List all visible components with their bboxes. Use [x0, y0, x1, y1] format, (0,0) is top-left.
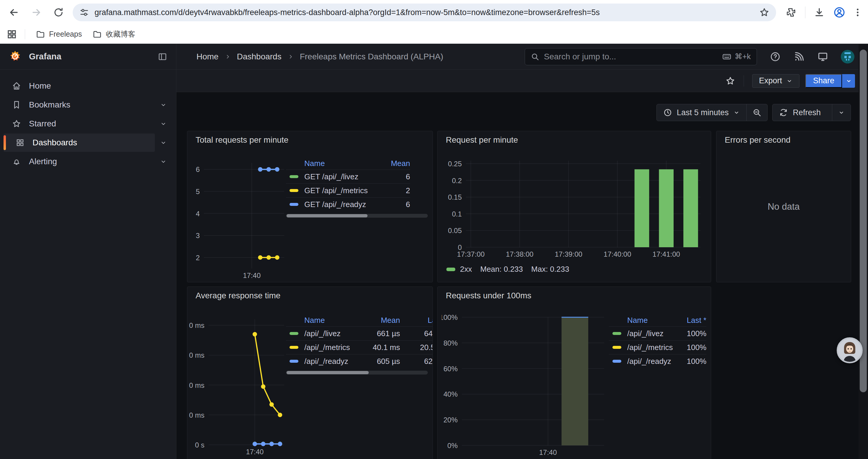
sidebar-item-body[interactable]: Alerting — [4, 153, 155, 171]
reload-icon[interactable] — [53, 7, 64, 18]
chevron-right-icon — [287, 54, 294, 60]
sidebar-item-dashboards[interactable]: Dashboards — [4, 133, 172, 152]
legend-scrollbar-thumb[interactable] — [286, 371, 369, 374]
panel-title[interactable]: Request per minute — [446, 135, 518, 145]
panel-title[interactable]: Average response time — [195, 291, 280, 300]
sidebar-nav: HomeBookmarksStarredDashboardsAlerting — [0, 70, 176, 171]
sidebar-item-label: Home — [29, 81, 51, 91]
sidebar-item-starred[interactable]: Starred — [4, 114, 172, 133]
assistant-avatar[interactable] — [837, 337, 863, 363]
series-swatch — [613, 360, 621, 363]
sidebar-item-chevron[interactable] — [155, 139, 172, 146]
legend-row[interactable]: /api/_/readyz100% — [609, 354, 706, 368]
sidebar-item-home[interactable]: Home — [4, 77, 172, 95]
legend-column-header[interactable]: Name — [286, 159, 375, 168]
sidebar-item-body[interactable]: Bookmarks — [4, 96, 155, 114]
legend-row[interactable]: /api/_/livez100% — [609, 326, 706, 340]
share-dropdown-button[interactable] — [842, 74, 855, 88]
legend-scrollbar[interactable] — [286, 214, 428, 218]
export-button[interactable]: Export — [752, 74, 800, 88]
legend-row[interactable]: GET /api/_/readyz6 — [286, 197, 410, 211]
time-range-picker[interactable]: Last 5 minutes — [657, 104, 747, 121]
series-swatch — [289, 189, 299, 192]
svg-text:17:41:00: 17:41:00 — [652, 250, 680, 258]
sidebar-item-bookmarks[interactable]: Bookmarks — [4, 96, 172, 114]
zoom-out-button[interactable] — [746, 104, 767, 121]
legend-column-header[interactable]: Name — [286, 316, 365, 325]
legend-column-header[interactable]: Mean — [365, 316, 400, 325]
toolbar-divider — [805, 6, 805, 18]
profile-icon[interactable] — [833, 6, 845, 19]
time-range-group: Last 5 minutes — [656, 104, 768, 121]
chevron-right-icon — [224, 54, 231, 60]
menu-kebab-icon[interactable] — [852, 7, 863, 18]
bookmark-star-icon[interactable] — [759, 7, 770, 18]
scrollbar-thumb[interactable] — [860, 50, 867, 392]
search-input[interactable]: Search or jump to... ⌘+k — [525, 48, 757, 65]
apps-grid-icon[interactable] — [6, 29, 17, 40]
svg-text:6: 6 — [196, 165, 200, 173]
legend-column-header[interactable]: Name — [609, 316, 674, 325]
sidebar-item-chevron[interactable] — [155, 101, 172, 108]
legend-row[interactable]: /api/_/livez661 µs646 µs — [286, 326, 433, 340]
sidebar-item-body[interactable]: Home — [4, 77, 155, 95]
breadcrumb-link[interactable]: Dashboards — [237, 52, 282, 61]
legend-header: NameMeanLast * — [286, 314, 433, 326]
extensions-icon[interactable] — [786, 7, 797, 18]
folder-icon — [36, 30, 45, 39]
svg-text:17:40: 17:40 — [243, 271, 260, 279]
dashboards-icon — [16, 138, 25, 147]
svg-text:0.25: 0.25 — [448, 160, 462, 168]
legend-row[interactable]: GET /api/_/metrics2 — [286, 184, 410, 197]
page-scrollbar[interactable] — [859, 44, 868, 459]
legend-column-header[interactable]: Last * — [674, 316, 706, 325]
forward-icon[interactable] — [31, 7, 42, 18]
legend-table: NameMeanGET /api/_/livez6GET /api/_/metr… — [286, 157, 428, 218]
sidebar-item-body[interactable]: Starred — [4, 114, 155, 133]
bookmark-icon — [12, 100, 21, 109]
legend-row[interactable]: /api/_/metrics100% — [609, 340, 706, 354]
legend-row[interactable]: /api/_/metrics40.1 ms20.5 ms — [286, 340, 433, 354]
url-text[interactable]: grafana.mathmast.com/d/deytv4rwavabkb/fr… — [95, 8, 754, 17]
user-avatar[interactable] — [841, 50, 855, 64]
monitor-icon[interactable] — [817, 51, 829, 62]
favorite-star-icon[interactable] — [725, 76, 735, 86]
svg-text:20 ms: 20 ms — [189, 411, 205, 419]
series-value: 605 µs — [365, 357, 400, 366]
svg-text:17:39:00: 17:39:00 — [555, 250, 582, 258]
legend-scrollbar[interactable] — [286, 371, 428, 374]
sidebar-toggle-icon[interactable] — [158, 52, 167, 61]
legend-row[interactable]: GET /api/_/livez6 — [286, 169, 410, 184]
chevron-right-icon — [224, 54, 231, 60]
sidebar-item-label: Starred — [29, 119, 56, 129]
search-shortcut: ⌘+k — [722, 52, 751, 62]
news-rss-icon[interactable] — [794, 52, 804, 62]
back-icon[interactable] — [8, 7, 20, 18]
sidebar-item-alerting[interactable]: Alerting — [4, 153, 172, 171]
panel-title[interactable]: Requests under 100ms — [446, 291, 531, 300]
grafana-logo[interactable] — [8, 50, 22, 64]
sidebar-item-chevron[interactable] — [155, 158, 172, 165]
legend-scrollbar-thumb[interactable] — [286, 214, 368, 218]
share-button[interactable]: Share — [805, 74, 842, 88]
legend-column-header[interactable]: Mean — [375, 159, 410, 168]
bookmark-folder[interactable]: Freeleaps — [36, 30, 82, 39]
download-icon[interactable] — [814, 7, 825, 18]
site-settings-icon[interactable] — [79, 7, 89, 18]
zoom-out-icon — [752, 108, 761, 117]
svg-text:4: 4 — [196, 210, 200, 218]
panel-title[interactable]: Total requests per minute — [195, 135, 288, 145]
url-bar[interactable]: grafana.mathmast.com/d/deytv4rwavabkb/fr… — [73, 4, 776, 21]
breadcrumb-link[interactable]: Home — [196, 52, 219, 61]
legend-row[interactable]: /api/_/readyz605 µs620 µs — [286, 354, 433, 368]
legend-column-header[interactable]: Last * — [400, 316, 433, 325]
sidebar-item-chevron[interactable] — [155, 120, 172, 127]
refresh-button[interactable]: Refresh — [773, 104, 832, 121]
legend-inline[interactable]: 2xx Mean: 0.233 Max: 0.233 — [446, 265, 578, 274]
sidebar-item-body[interactable]: Dashboards — [4, 133, 155, 152]
help-icon[interactable] — [770, 52, 780, 62]
series-value: 100% — [674, 329, 706, 338]
bookmark-folder[interactable]: 收藏博客 — [92, 29, 135, 39]
refresh-interval-dropdown[interactable] — [832, 104, 850, 121]
svg-text:5: 5 — [196, 188, 200, 196]
